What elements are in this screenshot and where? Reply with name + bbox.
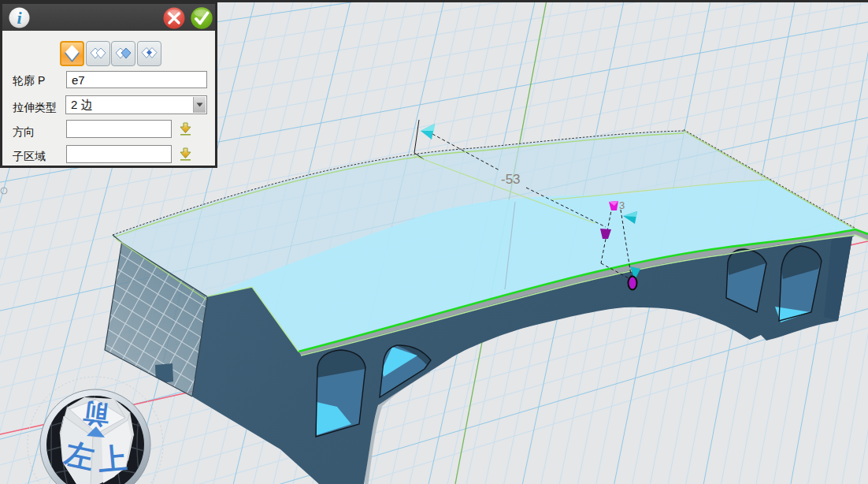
svg-text:i: i (17, 8, 22, 28)
svg-text:3: 3 (619, 199, 625, 211)
svg-text:上: 上 (97, 441, 128, 476)
svg-text:-53: -53 (501, 172, 521, 187)
svg-text:前: 前 (81, 398, 111, 430)
